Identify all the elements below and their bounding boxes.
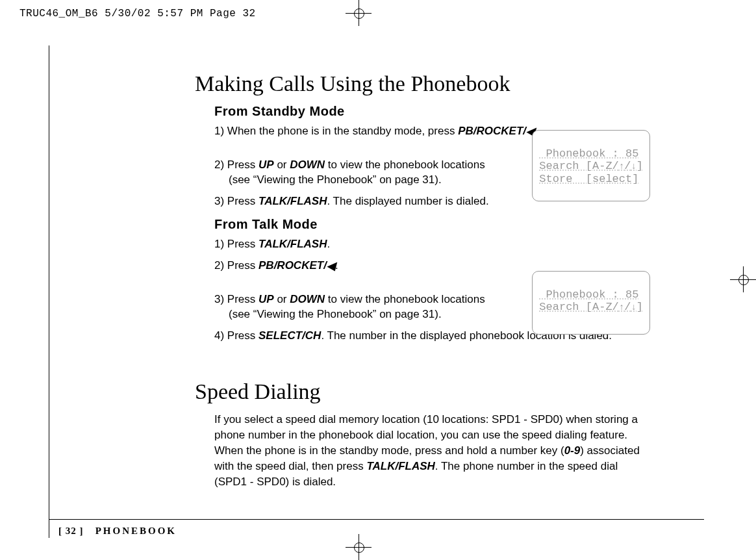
key-0-9: 0-9 (564, 444, 581, 457)
up-arrow-icon: ↑ (619, 302, 624, 312)
text: 3) Press (214, 195, 258, 207)
key-talk-flash: TALK/FLASH (258, 195, 327, 207)
key-pb-rocket: PB/ROCKET/ (458, 125, 526, 137)
text: . The displayed number is dialed. (327, 195, 488, 207)
page-footer: [ 32 ] PHONEBOOK (58, 525, 177, 537)
subheading-standby: From Standby Mode (214, 104, 662, 119)
up-arrow-icon: ↑ (619, 161, 624, 172)
footer-rule (49, 519, 704, 520)
crop-mark-bottom (346, 534, 372, 560)
text: to view the phonebook locations (325, 159, 485, 171)
lcd-line: Phonebook : 85 (539, 147, 643, 160)
key-select-ch: SELECT/CH (258, 329, 321, 342)
left-triangle-icon: ◀ (327, 259, 335, 274)
text: 1) When the phone is in the standby mode… (214, 125, 458, 137)
lcd-line: Phonebook : 85 (539, 288, 643, 301)
lcd-line: Search [A-Z/↑/↓] (539, 301, 643, 314)
key-down: DOWN (290, 159, 325, 171)
text: or (274, 293, 290, 305)
text: 2) Press (214, 259, 258, 272)
lcd-line: Store [select] (539, 173, 643, 186)
lcd-line: Search [A-Z/↑/↓] (539, 160, 643, 173)
text: or (274, 159, 290, 171)
down-arrow-icon: ↓ (631, 302, 636, 312)
subheading-talk: From Talk Mode (214, 217, 662, 232)
heading-speed-dialing: Speed Dialing (195, 379, 662, 404)
speed-dialing-paragraph: If you select a speed dial memory locati… (214, 412, 649, 489)
print-slug: TRUC46_OM_B6 5/30/02 5:57 PM Page 32 (19, 8, 256, 19)
lcd-screen-talk: Phonebook : 85Search [A-Z/↑/↓] (532, 271, 650, 335)
key-talk-flash: TALK/FLASH (366, 460, 435, 472)
text: to view the phonebook locations (325, 293, 485, 305)
crop-mark-top (346, 0, 372, 26)
text: 1) Press (214, 238, 258, 250)
heading-making-calls: Making Calls Using the Phonebook (195, 71, 662, 96)
down-arrow-icon: ↓ (631, 161, 636, 172)
left-margin-rule (49, 45, 49, 538)
section-label: PHONEBOOK (95, 526, 177, 536)
key-up: UP (258, 293, 274, 305)
lcd-screen-standby: Phonebook : 85Search [A-Z/↑/↓]Store [sel… (532, 130, 650, 201)
key-up: UP (258, 159, 274, 171)
text: 3) Press (214, 293, 258, 305)
page-number: [ 32 ] (58, 526, 84, 536)
talk-step-1: 1) Press TALK/FLASH. (214, 237, 662, 252)
text: . (327, 238, 330, 250)
text: . (335, 259, 338, 272)
key-down: DOWN (290, 293, 325, 305)
crop-mark-right (730, 266, 756, 292)
key-pb-rocket: PB/ROCKET/ (258, 259, 327, 272)
text: 4) Press (214, 329, 258, 342)
text: 2) Press (214, 159, 258, 171)
key-talk-flash: TALK/FLASH (258, 238, 327, 250)
